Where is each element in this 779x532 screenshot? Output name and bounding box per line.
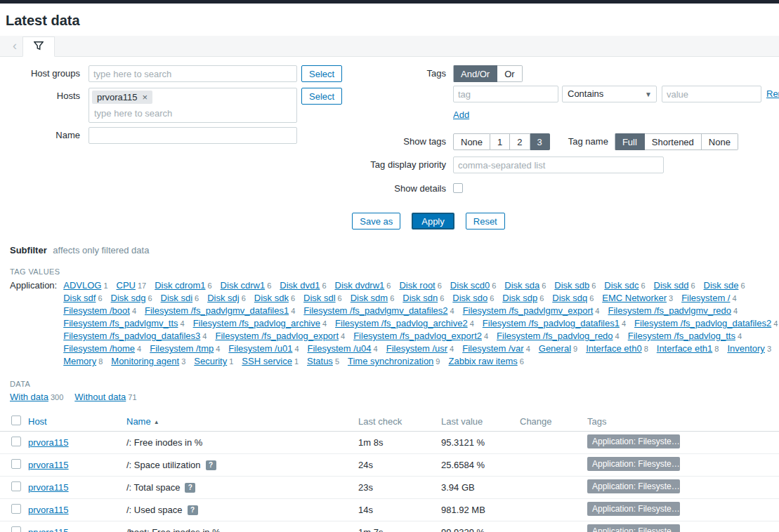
header-host[interactable]: Host [28, 416, 47, 427]
tag-add-link[interactable]: Add [453, 109, 469, 120]
subfilter-link[interactable]: Status [307, 356, 333, 366]
subfilter-link[interactable]: Disk sdg [111, 293, 146, 303]
host-link[interactable]: prvora115 [28, 527, 69, 532]
save-as-button[interactable]: Save as [352, 213, 400, 230]
subfilter-link[interactable]: Filesystem /fs_padvlog_export2 [353, 331, 482, 341]
subfilter-link[interactable]: Disk sdb [554, 280, 589, 291]
subfilter-link[interactable]: Filesystem /fs_padvlgmv_tts [63, 318, 178, 328]
name-input[interactable] [89, 127, 297, 144]
segment-option-3[interactable]: 3 [530, 133, 550, 150]
subfilter-link[interactable]: Filesystem /boot [63, 305, 130, 316]
segment-option-shortened[interactable]: Shortened [645, 133, 702, 150]
subfilter-link[interactable]: Filesystem /fs_padvlog_datafiles3 [63, 331, 200, 341]
tag-badge[interactable]: Application: Filesyste… [587, 434, 680, 448]
subfilter-link[interactable]: Filesystem /fs_padvlog_redo [497, 331, 613, 341]
hint-question-icon[interactable]: ? [206, 460, 216, 470]
subfilter-link[interactable]: Time synchronization [348, 356, 433, 366]
hosts-search-placeholder[interactable]: type here to search [94, 108, 294, 119]
tag-badge[interactable]: Application: Filesyste… [587, 457, 680, 471]
subfilter-link[interactable]: General [539, 343, 571, 354]
subfilter-link[interactable]: Disk dvdrw1 [335, 280, 385, 291]
filter-tab[interactable] [22, 36, 55, 57]
host-link[interactable]: prvora115 [28, 437, 69, 448]
subfilter-link[interactable]: SSH service [242, 356, 292, 366]
subfilter-link[interactable]: Disk sda [504, 280, 539, 291]
subfilter-link[interactable]: Filesystem /tmp [150, 343, 214, 354]
apply-button[interactable]: Apply [412, 213, 454, 230]
subfilter-link[interactable]: Filesystem /u01 [228, 343, 292, 354]
subfilter-link[interactable]: Disk sdo [452, 293, 487, 303]
segment-option-1[interactable]: 1 [490, 133, 510, 150]
subfilter-link[interactable]: Filesystem /fs_padvlgmv_redo [608, 305, 731, 316]
host-groups-input[interactable] [89, 65, 297, 82]
subfilter-link[interactable]: Disk sde [704, 280, 739, 291]
subfilter-link[interactable]: Filesystem /fs_padvlog_export [215, 331, 339, 341]
subfilter-link[interactable]: Filesystem /fs_padvlgmv_datafiles1 [145, 305, 289, 316]
subfilter-link[interactable]: Disk sdj [207, 293, 240, 303]
subfilter-link[interactable]: Filesystem /fs_padvlog_archive [193, 318, 320, 328]
subfilter-link[interactable]: Interface eth1 [657, 343, 713, 354]
subfilter-link[interactable]: Zabbix raw items [448, 356, 517, 366]
reset-button[interactable]: Reset [466, 213, 505, 230]
collapse-filter-chevron[interactable]: ‹ [7, 36, 22, 56]
subfilter-link[interactable]: Filesystem /fs_padvlog_datafiles1 [483, 318, 620, 328]
subfilter-link[interactable]: Filesystem /var [462, 343, 523, 354]
subfilter-link[interactable]: Disk sdd [654, 280, 689, 291]
subfilter-link[interactable]: Disk sdl [303, 293, 336, 303]
subfilter-link[interactable]: Filesystem / [681, 293, 730, 303]
tag-value-input[interactable] [662, 86, 761, 102]
host-link[interactable]: prvora115 [28, 505, 69, 515]
subfilter-link[interactable]: EMC Networker [602, 293, 667, 303]
select-all-checkbox[interactable] [11, 415, 21, 425]
subfilter-link[interactable]: Filesystem /usr [386, 343, 447, 354]
host-link[interactable]: prvora115 [28, 482, 69, 493]
subfilter-link[interactable]: Disk sdc [604, 280, 639, 291]
subfilter-link[interactable]: Security [194, 356, 227, 366]
row-checkbox[interactable] [11, 481, 21, 491]
subfilter-link[interactable]: Interface eth0 [586, 343, 642, 354]
row-checkbox[interactable] [11, 437, 21, 446]
tag-badge[interactable]: Application: Filesyste… [587, 502, 680, 516]
subfilter-link[interactable]: Filesystem /home [63, 343, 135, 354]
tag-badge[interactable]: Application: Filesyste… [587, 479, 680, 493]
segment-option-none[interactable]: None [453, 133, 490, 150]
segment-option-and-or[interactable]: And/Or [453, 65, 497, 82]
subfilter-link[interactable]: Filesystem /fs_padvlog_tts [628, 331, 735, 341]
subfilter-link[interactable]: Filesystem /fs_padvlog_archive2 [335, 318, 468, 328]
subfilter-link[interactable]: Filesystem /fs_padvlog_datafiles2 [634, 318, 771, 328]
subfilter-link[interactable]: Disk root [399, 280, 435, 291]
subfilter-link[interactable]: Filesystem /u04 [308, 343, 372, 354]
row-checkbox[interactable] [11, 504, 21, 514]
tag-display-priority-input[interactable] [453, 157, 664, 173]
segment-option-or[interactable]: Or [497, 65, 522, 82]
subfilter-link[interactable]: Filesystem /fs_padvlgmv_datafiles2 [303, 305, 447, 316]
subfilter-link[interactable]: Disk sdp [502, 293, 537, 303]
hint-question-icon[interactable]: ? [185, 483, 195, 493]
row-checkbox[interactable] [11, 526, 21, 532]
segment-option-none[interactable]: None [702, 133, 738, 150]
subfilter-link[interactable]: With data [10, 392, 48, 402]
header-name[interactable]: Name [126, 416, 151, 427]
subfilter-link[interactable]: Disk sdk [254, 293, 289, 303]
subfilter-link[interactable]: Monitoring agent [111, 356, 179, 366]
subfilter-link[interactable]: Disk sdf [63, 293, 96, 303]
hint-question-icon[interactable]: ? [188, 505, 198, 515]
subfilter-link[interactable]: Disk cdrom1 [155, 280, 205, 291]
subfilter-link[interactable]: Disk sdi [161, 293, 193, 303]
subfilter-link[interactable]: Filesystem /fs_padvlgmv_export [463, 305, 594, 316]
subfilter-link[interactable]: Memory [63, 356, 96, 366]
subfilter-link[interactable]: Disk cdrw1 [221, 280, 266, 291]
hosts-multiselect[interactable]: prvora115 × type here to search [89, 88, 297, 123]
subfilter-link[interactable]: Disk sdn [402, 293, 438, 303]
subfilter-link[interactable]: Disk dvd1 [280, 280, 320, 291]
segment-option-2[interactable]: 2 [510, 133, 530, 150]
subfilter-link[interactable]: Disk sdm [351, 293, 388, 303]
remove-host-icon[interactable]: × [143, 93, 148, 102]
tag-remove-link[interactable]: Remove [766, 86, 779, 102]
subfilter-link[interactable]: Disk sdq [552, 293, 587, 303]
subfilter-link[interactable]: Disk scd0 [450, 280, 490, 291]
subfilter-link[interactable]: ADVLOG [63, 280, 101, 291]
tag-badge[interactable]: Application: Filesyste… [587, 524, 680, 532]
tag-name-input[interactable] [453, 86, 558, 102]
row-checkbox[interactable] [11, 459, 21, 469]
